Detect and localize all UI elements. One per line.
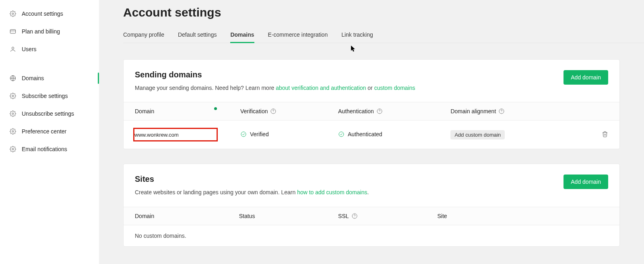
sidebar-item-label: Users bbox=[22, 46, 37, 52]
tab-link-tracking[interactable]: Link tracking bbox=[341, 27, 373, 43]
tab-domains[interactable]: Domains bbox=[230, 27, 254, 43]
trash-icon[interactable] bbox=[602, 131, 608, 137]
sidebar-item-domains[interactable]: Domains bbox=[0, 69, 99, 87]
sidebar-item-label: Subscribe settings bbox=[22, 93, 68, 99]
help-icon[interactable] bbox=[376, 108, 383, 114]
sidebar-item-email-notifications[interactable]: Email notifications bbox=[0, 140, 99, 158]
highlighted-domain: www.wonkrew.com bbox=[133, 128, 218, 141]
svg-point-17 bbox=[339, 132, 344, 137]
tab-ecommerce-integration[interactable]: E-commerce integration bbox=[268, 27, 328, 43]
col-ssl: SSL bbox=[327, 207, 426, 225]
col-authentication: Authentication bbox=[327, 102, 439, 121]
sending-domains-panel: Sending domains Manage your sending doma… bbox=[123, 59, 620, 149]
table-row-empty: No custom domains. bbox=[124, 225, 619, 246]
sites-desc: Create websites or landing pages using y… bbox=[135, 188, 369, 197]
sites-panel: Sites Create websites or landing pages u… bbox=[123, 164, 620, 246]
sidebar-item-label: Unsubscribe settings bbox=[22, 110, 74, 117]
sites-title: Sites bbox=[135, 175, 369, 184]
col-domain: Domain bbox=[124, 207, 228, 225]
gear-icon bbox=[10, 10, 16, 17]
link-custom-domains[interactable]: custom domains bbox=[374, 85, 415, 91]
verification-status: Verified bbox=[240, 131, 269, 137]
col-site: Site bbox=[426, 207, 620, 225]
svg-point-11 bbox=[273, 112, 274, 113]
col-verification: Verification bbox=[229, 102, 327, 121]
gear-icon bbox=[10, 110, 16, 117]
svg-point-6 bbox=[12, 95, 14, 97]
cursor-pointer-icon bbox=[351, 46, 356, 52]
sidebar-item-label: Plan and billing bbox=[22, 28, 60, 35]
svg-point-9 bbox=[12, 148, 14, 150]
sidebar-item-account-settings[interactable]: Account settings bbox=[0, 5, 99, 23]
globe-icon bbox=[10, 75, 16, 81]
col-domain: Domain bbox=[124, 102, 229, 121]
card-icon bbox=[10, 28, 16, 35]
check-circle-icon bbox=[240, 131, 247, 137]
gear-icon bbox=[10, 128, 16, 135]
sites-table: Domain Status SSL Site No custom domains… bbox=[124, 207, 619, 246]
page-title: Account settings bbox=[123, 6, 644, 19]
add-domain-button[interactable]: Add domain bbox=[564, 70, 608, 85]
svg-point-7 bbox=[12, 113, 14, 114]
tab-company-profile[interactable]: Company profile bbox=[123, 27, 164, 43]
user-icon bbox=[10, 46, 16, 52]
svg-rect-1 bbox=[10, 29, 15, 33]
table-row: www.wonkrew.com Verified Authenticated A… bbox=[124, 121, 619, 149]
col-status: Status bbox=[228, 207, 327, 225]
tabs: Company profile Default settings Domains… bbox=[123, 27, 644, 43]
sidebar-item-label: Account settings bbox=[22, 10, 63, 17]
add-custom-domain-chip[interactable]: Add custom domain bbox=[450, 130, 505, 139]
svg-point-8 bbox=[12, 131, 14, 132]
sending-domains-title: Sending domains bbox=[135, 70, 415, 79]
svg-point-13 bbox=[379, 112, 380, 113]
add-domain-button[interactable]: Add domain bbox=[564, 175, 608, 189]
svg-point-19 bbox=[354, 217, 355, 218]
domain-value: www.wonkrew.com bbox=[134, 132, 179, 138]
svg-point-16 bbox=[241, 132, 246, 137]
svg-point-15 bbox=[502, 112, 502, 113]
link-verification-auth[interactable]: about verification and authentication bbox=[276, 85, 366, 91]
col-alignment: Domain alignment bbox=[439, 102, 585, 121]
authentication-status: Authenticated bbox=[338, 131, 382, 137]
tab-default-settings[interactable]: Default settings bbox=[178, 27, 217, 43]
check-circle-icon bbox=[338, 131, 345, 137]
empty-state-text: No custom domains. bbox=[124, 225, 619, 246]
help-icon[interactable] bbox=[270, 108, 277, 114]
gear-icon bbox=[10, 146, 16, 152]
sidebar-item-label: Preference center bbox=[22, 128, 66, 135]
gear-icon bbox=[10, 93, 16, 99]
sidebar-item-plan-billing[interactable]: Plan and billing bbox=[0, 23, 99, 40]
sidebar: Account settings Plan and billing Users … bbox=[0, 0, 99, 264]
link-how-to-add-domains[interactable]: how to add custom domains bbox=[297, 189, 367, 195]
sidebar-item-subscribe-settings[interactable]: Subscribe settings bbox=[0, 87, 99, 105]
sending-domains-desc: Manage your sending domains. Need help? … bbox=[135, 83, 415, 92]
svg-point-3 bbox=[12, 47, 14, 49]
help-icon[interactable] bbox=[351, 213, 358, 219]
sidebar-item-preference-center[interactable]: Preference center bbox=[0, 123, 99, 140]
sending-domains-table: Domain Verification Authentication Domai… bbox=[124, 102, 619, 149]
sidebar-item-label: Email notifications bbox=[22, 146, 67, 152]
sidebar-item-unsubscribe-settings[interactable]: Unsubscribe settings bbox=[0, 105, 99, 123]
sidebar-item-users[interactable]: Users bbox=[0, 40, 99, 58]
indicator-dot bbox=[214, 107, 217, 110]
sidebar-item-label: Domains bbox=[22, 75, 44, 81]
main-content: Account settings Company profile Default… bbox=[99, 0, 644, 264]
help-icon[interactable] bbox=[498, 108, 505, 114]
svg-point-0 bbox=[12, 13, 14, 15]
